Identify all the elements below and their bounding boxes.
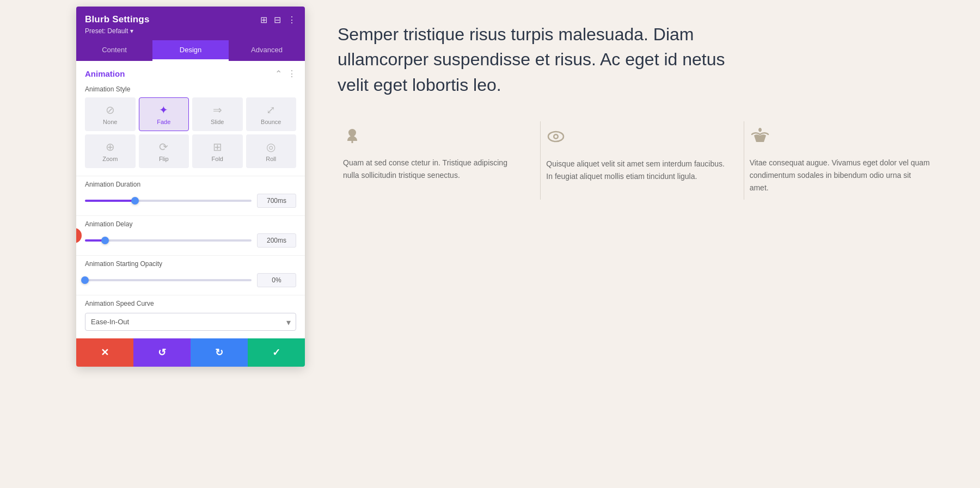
blurb-grid: Quam at sed conse ctetur in. Tristique a… [338, 121, 947, 200]
preset-label: Preset: Default [85, 27, 128, 35]
panel-title: Blurb Settings [85, 14, 150, 25]
fold-icon: ⊞ [213, 140, 222, 153]
speed-curve-select-wrapper: Ease-In-Out Ease Ease-In Ease-Out Linear… [85, 313, 296, 331]
anim-btn-slide[interactable]: ⇒ Slide [192, 97, 243, 131]
blurb-text-1: Quisque aliquet velit sit amet sem inter… [546, 158, 727, 183]
section-icons: ⌃ ⋮ [275, 69, 296, 79]
blurb-item-2: Vitae consequat augue. Vivamus eget dolo… [744, 121, 947, 200]
opacity-row: 0% [85, 273, 296, 287]
svg-point-3 [555, 135, 558, 138]
duration-row: 700ms [85, 194, 296, 208]
speed-curve-label: Animation Speed Curve [85, 300, 296, 307]
delay-track [85, 239, 252, 242]
roll-icon: ◎ [266, 140, 275, 153]
panel-footer: ✕ ↺ ↻ ✓ [76, 338, 305, 367]
duration-label: Animation Duration [85, 181, 296, 188]
speed-curve-select[interactable]: Ease-In-Out Ease Ease-In Ease-Out Linear… [85, 313, 296, 331]
anim-btn-flip[interactable]: ⟳ Flip [139, 134, 189, 168]
blurb-icon-2 [750, 127, 931, 149]
anim-label-fade: Fade [157, 119, 170, 125]
animation-delay-section: 1 Animation Delay 200ms [76, 215, 305, 255]
check-icon: ✓ [272, 347, 280, 359]
tab-content[interactable]: Content [76, 40, 152, 61]
blurb-text-0: Quam at sed conse ctetur in. Tristique a… [343, 157, 524, 182]
panel-header: Blurb Settings ⊞ ⊟ ⋮ Preset: Default ▾ [76, 7, 305, 40]
duration-thumb[interactable] [131, 197, 139, 205]
anim-label-zoom: Zoom [102, 156, 118, 162]
animation-duration-section: Animation Duration 700ms [76, 176, 305, 215]
opacity-label: Animation Starting Opacity [85, 260, 296, 268]
anim-btn-fade[interactable]: ✦ Fade [139, 97, 189, 131]
redo-icon: ↻ [215, 347, 223, 359]
blurb-icon-0 [343, 127, 524, 149]
duration-slider-wrap[interactable] [85, 195, 252, 206]
panel-tabs: Content Design Advanced [76, 40, 305, 61]
section-more-icon[interactable]: ⋮ [287, 69, 296, 79]
delay-slider-wrap[interactable] [85, 235, 252, 246]
duration-fill [85, 200, 135, 202]
animation-style-label: Animation Style [76, 84, 305, 97]
opacity-slider-wrap[interactable] [85, 275, 252, 286]
panel-body: Animation ⌃ ⋮ Animation Style ⊘ None ✦ F… [76, 61, 305, 338]
opacity-thumb[interactable] [81, 276, 89, 284]
badge-1: 1 [76, 228, 82, 243]
collapse-icon[interactable]: ⊟ [274, 15, 281, 25]
panel-header-icons: ⊞ ⊟ ⋮ [260, 15, 296, 25]
animation-section-title: Animation [85, 69, 125, 78]
settings-panel: Blurb Settings ⊞ ⊟ ⋮ Preset: Default ▾ C… [76, 7, 305, 367]
anim-btn-roll[interactable]: ◎ Roll [246, 134, 297, 168]
delay-row: 200ms [85, 233, 296, 248]
section-collapse-icon[interactable]: ⌃ [275, 69, 282, 79]
anim-btn-none[interactable]: ⊘ None [85, 97, 136, 131]
delay-thumb[interactable] [101, 237, 109, 244]
anim-label-roll: Roll [266, 156, 276, 162]
zoom-icon: ⊕ [106, 140, 115, 153]
duration-track [85, 200, 252, 202]
slide-icon: ⇒ [213, 103, 222, 116]
tab-advanced[interactable]: Advanced [229, 40, 305, 61]
preset-arrow: ▾ [130, 27, 133, 35]
duration-value[interactable]: 700ms [257, 194, 296, 208]
cancel-icon: ✕ [101, 347, 109, 359]
anim-label-flip: Flip [159, 156, 169, 162]
anim-label-fold: Fold [212, 156, 223, 162]
anim-label-slide: Slide [211, 119, 224, 125]
blurb-icon-1 [546, 127, 727, 150]
anim-btn-zoom[interactable]: ⊕ Zoom [85, 134, 136, 168]
anim-btn-fold[interactable]: ⊞ Fold [192, 134, 243, 168]
preset-selector[interactable]: Preset: Default ▾ [85, 27, 296, 35]
blurb-item-1: Quisque aliquet velit sit amet sem inter… [541, 121, 744, 200]
anim-label-bounce: Bounce [261, 119, 281, 125]
reset-button[interactable]: ↺ [133, 338, 191, 367]
fade-icon: ✦ [159, 103, 168, 116]
animation-style-grid: ⊘ None ✦ Fade ⇒ Slide ⤢ Bounce ⊕ Zoom [76, 97, 305, 176]
panel-title-row: Blurb Settings ⊞ ⊟ ⋮ [85, 14, 296, 25]
flip-icon: ⟳ [159, 140, 168, 153]
redo-button[interactable]: ↻ [191, 338, 248, 367]
tab-design[interactable]: Design [152, 40, 229, 61]
save-button[interactable]: ✓ [248, 338, 305, 367]
speed-curve-section: Animation Speed Curve Ease-In-Out Ease E… [76, 295, 305, 338]
delay-label: Animation Delay [85, 220, 296, 228]
reset-icon: ↺ [158, 347, 166, 359]
more-options-icon[interactable]: ⋮ [287, 15, 296, 25]
delay-value[interactable]: 200ms [257, 233, 296, 248]
anim-label-none: None [103, 119, 117, 125]
content-area: Semper tristique risus turpis malesuada.… [305, 0, 980, 221]
opacity-track [85, 279, 252, 281]
opacity-value[interactable]: 0% [257, 273, 296, 287]
blurb-text-2: Vitae consequat augue. Vivamus eget dolo… [750, 157, 931, 194]
animation-section-header: Animation ⌃ ⋮ [76, 61, 305, 84]
anim-btn-bounce[interactable]: ⤢ Bounce [246, 97, 297, 131]
cancel-button[interactable]: ✕ [76, 338, 133, 367]
bounce-icon: ⤢ [266, 103, 275, 116]
hero-text: Semper tristique risus turpis malesuada.… [338, 22, 740, 97]
expand-icon[interactable]: ⊞ [260, 15, 267, 25]
svg-rect-0 [352, 141, 353, 143]
none-icon: ⊘ [106, 103, 115, 116]
animation-opacity-section: Animation Starting Opacity 0% [76, 255, 305, 295]
blurb-item-0: Quam at sed conse ctetur in. Tristique a… [338, 121, 541, 200]
